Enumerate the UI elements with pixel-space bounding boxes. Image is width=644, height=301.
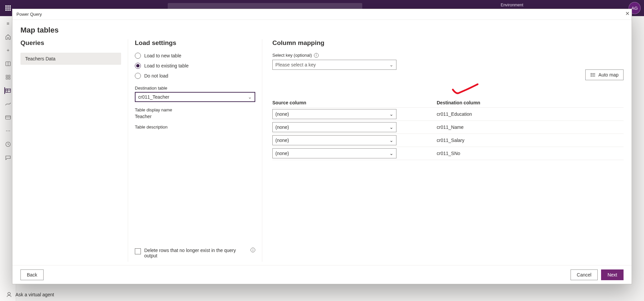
- bot-icon: [6, 292, 12, 298]
- next-button[interactable]: Next: [601, 269, 624, 280]
- svg-rect-9: [5, 116, 10, 119]
- grid-icon[interactable]: [5, 74, 11, 81]
- more-icon[interactable]: ⋯: [5, 128, 11, 134]
- environment-label: Environment: [501, 3, 523, 7]
- destination-column-value: cr011_Name: [437, 124, 464, 130]
- mapping-row: (none) ⌄ cr011_Name: [272, 121, 624, 134]
- destination-column-header: Destination column: [437, 100, 480, 105]
- table-description-label: Table description: [135, 124, 255, 130]
- radio-load-new-table[interactable]: Load to new table: [135, 53, 255, 59]
- modal-title: Map tables: [12, 20, 632, 36]
- queries-heading: Queries: [20, 39, 121, 47]
- close-icon[interactable]: ✕: [625, 10, 630, 17]
- load-settings-column: Load settings Load to new table Load to …: [128, 39, 262, 262]
- load-option-group: Load to new table Load to existing table…: [135, 53, 255, 79]
- destination-table-dropdown[interactable]: cr011_Teacher ⌄: [135, 92, 255, 102]
- radio-label: Do not load: [144, 73, 168, 79]
- mapping-table: Source column Destination column (none) …: [272, 100, 624, 160]
- select-key-dropdown[interactable]: Please select a key ⌄: [272, 60, 396, 70]
- radio-do-not-load[interactable]: Do not load: [135, 73, 255, 79]
- query-item[interactable]: Teachers Data: [20, 53, 121, 65]
- card-icon[interactable]: [5, 114, 11, 121]
- clock-icon[interactable]: [5, 141, 11, 148]
- chevron-down-icon: ⌄: [389, 151, 393, 156]
- dropdown-value: (none): [275, 111, 289, 117]
- load-settings-heading: Load settings: [135, 39, 255, 47]
- cancel-button[interactable]: Cancel: [571, 269, 598, 280]
- delete-rows-option[interactable]: Delete rows that no longer exist in the …: [135, 248, 255, 258]
- chevron-down-icon: ⌄: [389, 138, 393, 143]
- svg-point-12: [8, 292, 10, 295]
- checkbox-label: Delete rows that no longer exist in the …: [144, 248, 247, 258]
- source-column-dropdown[interactable]: (none) ⌄: [272, 109, 396, 119]
- display-name-label: Table display name: [135, 107, 255, 112]
- radio-label: Load to new table: [144, 53, 181, 58]
- checkbox[interactable]: [135, 248, 141, 254]
- column-mapping-column: Column mapping Select key (optional) i P…: [262, 39, 624, 262]
- chevron-down-icon: ⌄: [248, 94, 252, 100]
- destination-table-label: Destination table: [135, 86, 255, 91]
- chevron-down-icon: ⌄: [389, 124, 393, 130]
- mapping-row: (none) ⌄ cr011_Education: [272, 108, 624, 121]
- app-shell: Environment AG ≡ ＋ ⋯: [0, 0, 644, 301]
- select-key-label: Select key (optional) i: [272, 53, 624, 58]
- annotation-checkmark: [450, 83, 480, 96]
- auto-map-icon: [590, 72, 596, 77]
- mapping-row: (none) ⌄ cr011_SNo: [272, 147, 624, 160]
- ask-virtual-agent[interactable]: Ask a virtual agent: [6, 292, 54, 298]
- svg-rect-2: [6, 75, 8, 77]
- svg-point-17: [591, 74, 592, 75]
- hamburger-icon[interactable]: ≡: [5, 20, 11, 27]
- queries-column: Queries Teachers Data: [20, 39, 128, 262]
- dropdown-value: (none): [275, 124, 289, 130]
- source-column-header: Source column: [272, 100, 437, 105]
- home-icon[interactable]: [5, 34, 11, 40]
- book-icon[interactable]: [5, 60, 11, 67]
- destination-column-value: cr011_SNo: [437, 151, 460, 156]
- dropdown-placeholder: Please select a key: [275, 62, 316, 67]
- auto-map-label: Auto map: [598, 72, 619, 78]
- source-column-dropdown[interactable]: (none) ⌄: [272, 148, 396, 158]
- chevron-down-icon: ⌄: [389, 111, 393, 117]
- power-query-modal: Power Query ✕ Map tables Queries Teacher…: [12, 9, 632, 284]
- display-name-value: Teacher: [135, 114, 255, 119]
- column-mapping-heading: Column mapping: [272, 39, 624, 47]
- info-icon[interactable]: i: [251, 248, 255, 252]
- svg-point-18: [591, 76, 592, 77]
- svg-rect-3: [8, 75, 10, 77]
- svg-rect-6: [5, 89, 10, 93]
- ask-agent-label: Ask a virtual agent: [15, 292, 54, 297]
- dropdown-value: cr011_Teacher: [138, 94, 169, 100]
- svg-point-16: [591, 73, 592, 74]
- modal-header-title: Power Query: [16, 12, 42, 17]
- chevron-down-icon: ⌄: [389, 62, 393, 67]
- back-button[interactable]: Back: [20, 269, 44, 280]
- info-icon[interactable]: i: [314, 53, 319, 58]
- svg-rect-4: [6, 78, 8, 79]
- modal-header: Power Query ✕: [12, 9, 632, 20]
- radio-load-existing-table[interactable]: Load to existing table: [135, 63, 255, 69]
- flow-icon[interactable]: [5, 101, 11, 107]
- radio-label: Load to existing table: [144, 63, 189, 68]
- source-column-dropdown[interactable]: (none) ⌄: [272, 135, 396, 145]
- mapping-row: (none) ⌄ cr011_Salary: [272, 134, 624, 147]
- source-column-dropdown[interactable]: (none) ⌄: [272, 122, 396, 132]
- destination-column-value: cr011_Salary: [437, 138, 465, 143]
- table-icon[interactable]: [4, 87, 11, 94]
- chat-icon[interactable]: [5, 154, 11, 161]
- destination-column-value: cr011_Education: [437, 111, 472, 117]
- dropdown-value: (none): [275, 151, 289, 156]
- modal-footer: Back Cancel Next: [12, 265, 632, 284]
- svg-rect-5: [8, 78, 10, 79]
- plus-icon[interactable]: ＋: [5, 47, 11, 54]
- auto-map-button[interactable]: Auto map: [585, 69, 624, 80]
- dropdown-value: (none): [275, 138, 289, 143]
